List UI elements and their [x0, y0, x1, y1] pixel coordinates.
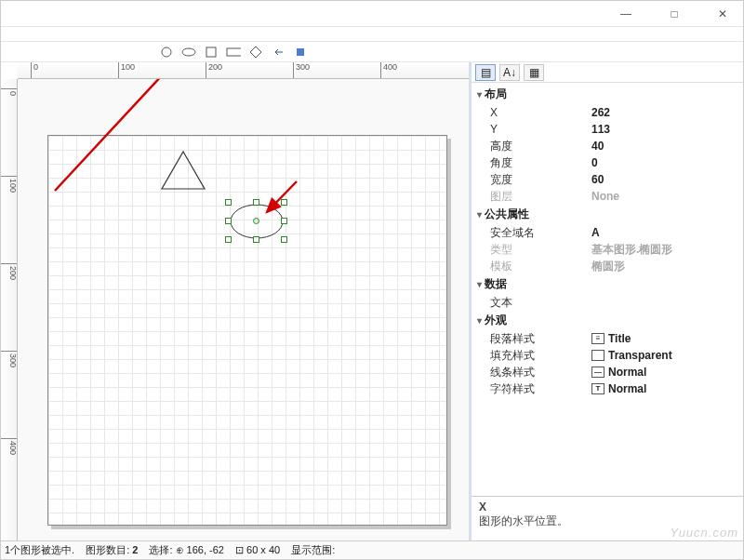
prop-row-type: 类型基本图形.椭圆形	[472, 241, 743, 258]
triangle-shape[interactable]	[160, 150, 206, 191]
resize-handle-ne[interactable]	[281, 199, 287, 206]
ruler-horizontal: 0 100 200 300 400	[18, 62, 469, 79]
svg-point-1	[182, 48, 195, 56]
section-data[interactable]: 数据	[472, 274, 743, 294]
shape-circle-button[interactable]	[159, 45, 174, 60]
resize-handle-n[interactable]	[253, 199, 259, 206]
svg-point-0	[162, 47, 171, 57]
tab-pages[interactable]: ▦	[524, 64, 544, 81]
resize-handle-s[interactable]	[253, 236, 259, 243]
resize-handle-w[interactable]	[225, 218, 232, 224]
window-maximize-button[interactable]: □	[661, 5, 687, 23]
ruler-tick: 100	[1, 176, 18, 193]
prop-row-angle[interactable]: 角度0	[472, 154, 743, 171]
ruler-vertical: 0 100 200 300 400	[1, 79, 18, 540]
prop-row-line[interactable]: 线条样式—Normal	[472, 364, 743, 380]
section-layout[interactable]: 布局	[472, 85, 743, 104]
ruler-tick: 100	[118, 62, 135, 79]
resize-handle-nw[interactable]	[225, 199, 232, 206]
properties-panel: ▤ A↓ ▦ 布局 X262 Y113 高度40 角度0 宽度60 图层None…	[469, 62, 743, 540]
section-common[interactable]: 公共属性	[472, 205, 743, 224]
canvas[interactable]	[18, 79, 469, 540]
watermark: Yuucn.com	[670, 526, 738, 540]
line-icon: —	[591, 367, 604, 378]
svg-rect-3	[227, 48, 241, 56]
rotate-handle[interactable]	[253, 218, 259, 224]
ruler-tick: 300	[1, 351, 18, 367]
canvas-panel: 0 100 200 300 400 0 100 200 300 400	[1, 62, 469, 540]
prop-row-fill[interactable]: 填充样式Transparent	[472, 347, 743, 364]
desc-name: X	[479, 500, 736, 513]
status-selection: 1个图形被选中.	[5, 543, 74, 557]
tab-categorized[interactable]: ▤	[475, 64, 496, 81]
status-count: 图形数目: 2	[86, 543, 138, 557]
titlebar: — □ ✕	[1, 1, 743, 27]
svg-rect-4	[297, 48, 304, 56]
selected-ellipse-shape[interactable]	[229, 203, 285, 243]
shape-misc-button[interactable]	[293, 45, 308, 60]
fill-icon	[591, 350, 604, 361]
window-close-button[interactable]: ✕	[710, 5, 736, 23]
prop-row-text[interactable]: 文本	[472, 294, 743, 311]
app-window: — □ ✕ 0 100 200 300 400 0 100 200	[0, 0, 744, 560]
ruler-tick: 300	[293, 62, 310, 79]
ruler-tick: 0	[31, 62, 38, 79]
ruler-tick: 400	[380, 62, 397, 79]
statusbar: 1个图形被选中. 图形数目: 2 选择: ⊕ 166, -62 ⊡ 60 x 4…	[1, 540, 743, 559]
prop-row-char[interactable]: 字符样式TNormal	[472, 380, 743, 397]
shape-arrow-button[interactable]	[271, 45, 286, 60]
shape-rectangle-button[interactable]	[226, 45, 241, 60]
char-icon: T	[591, 383, 604, 394]
prop-row-layer: 图层None	[472, 188, 743, 205]
prop-row-paragraph[interactable]: 段落样式≡Title	[472, 330, 743, 347]
tab-alpha[interactable]: A↓	[499, 64, 520, 81]
ruler-tick: 200	[1, 263, 18, 280]
status-size: ⊡ 60 x 40	[235, 544, 280, 556]
svg-rect-2	[206, 47, 216, 57]
prop-row-template: 模板椭圆形	[472, 258, 743, 274]
menubar	[1, 27, 743, 42]
window-minimize-button[interactable]: —	[613, 5, 639, 23]
section-appearance[interactable]: 外观	[472, 311, 743, 330]
prop-row-domain[interactable]: 安全域名A	[472, 224, 743, 241]
panel-tabs: ▤ A↓ ▦	[472, 62, 743, 83]
resize-handle-sw[interactable]	[225, 236, 232, 243]
main-body: 0 100 200 300 400 0 100 200 300 400	[1, 62, 743, 540]
properties-list: 布局 X262 Y113 高度40 角度0 宽度60 图层None 公共属性 安…	[472, 83, 743, 496]
page	[47, 135, 447, 526]
status-pick: 选择: ⊕ 166, -62	[149, 543, 224, 557]
grid	[48, 136, 446, 525]
resize-handle-e[interactable]	[281, 218, 287, 224]
prop-row-y[interactable]: Y113	[472, 121, 743, 138]
prop-row-height[interactable]: 高度40	[472, 138, 743, 154]
shape-ellipse-button[interactable]	[181, 45, 196, 60]
prop-row-width[interactable]: 宽度60	[472, 171, 743, 188]
shape-diamond-button[interactable]	[248, 45, 263, 60]
ruler-tick: 400	[1, 438, 18, 455]
paragraph-icon: ≡	[591, 333, 604, 344]
ruler-tick: 0	[1, 88, 18, 96]
ruler-tick: 200	[206, 62, 222, 79]
shape-toolbar	[1, 42, 743, 62]
shape-square-button[interactable]	[204, 45, 219, 60]
status-range: 显示范围:	[291, 543, 335, 557]
prop-row-x[interactable]: X262	[472, 104, 743, 121]
resize-handle-se[interactable]	[281, 236, 287, 243]
